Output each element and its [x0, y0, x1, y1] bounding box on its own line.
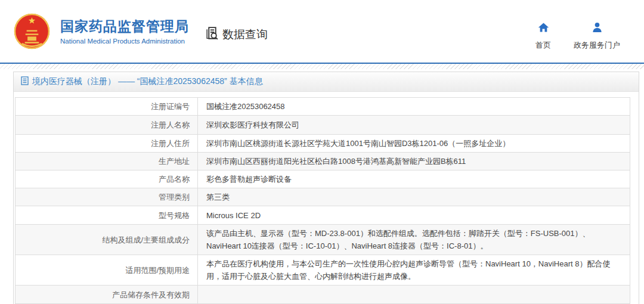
- row-label: 生产地址: [16, 153, 198, 170]
- row-label: 注册人名称: [16, 116, 198, 135]
- row-label: 管理类别: [16, 188, 198, 206]
- table-row: 型号规格 Microus ICE 2D: [16, 206, 630, 225]
- row-label: 产品储存条件及有效期: [16, 286, 198, 304]
- table-row: 管理类别 第三类: [16, 188, 630, 206]
- data-query-link[interactable]: 数据查询: [205, 26, 268, 44]
- info-table-wrap: 注册证编号 国械注准20253062458 注册人名称 深圳欢影医疗科技有限公司…: [14, 92, 639, 304]
- row-label: 注册人住所: [16, 135, 198, 153]
- top-nav: 首页 政务服务门户: [535, 21, 620, 51]
- row-value: 深圳市南山区西丽街道阳光社区松白路1008号港鸿基高新智能产业园B栋611: [198, 153, 630, 170]
- row-label: 注册证编号: [16, 98, 198, 116]
- table-row: 注册人住所 深圳市南山区桃源街道长源社区学苑大道1001号南山智园D3栋1201…: [16, 135, 630, 153]
- org-name-en: National Medical Products Administration: [60, 38, 189, 45]
- page-header: 国家药品监督管理局 National Medical Products Admi…: [0, 0, 644, 63]
- nav-item-portal[interactable]: 政务服务门户: [574, 21, 620, 51]
- row-value: 第三类: [198, 188, 630, 206]
- panel-title-bar: 境内医疗器械（注册） —— “国械注准20253062458” 基本信息: [14, 72, 639, 92]
- org-title-block: 国家药品监督管理局 National Medical Products Admi…: [60, 17, 189, 45]
- user-icon: [591, 21, 603, 36]
- national-emblem-icon[interactable]: [13, 13, 51, 50]
- row-value: 彩色多普勒超声诊断设备: [198, 170, 630, 188]
- row-label: 适用范围/预期用途: [16, 255, 198, 286]
- registration-info-panel: 境内医疗器械（注册） —— “国械注准20253062458” 基本信息 注册证…: [13, 72, 639, 304]
- row-value: 深圳市南山区桃源街道长源社区学苑大道1001号南山智园D3栋1201-06（一照…: [198, 135, 630, 153]
- table-row: 产品储存条件及有效期: [16, 286, 630, 304]
- panel-title: 境内医疗器械（注册） —— “国械注准20253062458” 基本信息: [32, 76, 263, 87]
- nav-item-label: 政务服务门户: [574, 40, 620, 51]
- document-search-icon: [205, 26, 220, 44]
- row-label: 结构及组成/主要组成成分: [16, 225, 198, 255]
- nav-item-label: 首页: [535, 40, 551, 51]
- table-row: 生产地址 深圳市南山区西丽街道阳光社区松白路1008号港鸿基高新智能产业园B栋6…: [16, 153, 630, 170]
- table-row: 适用范围/预期用途 本产品在医疗机构使用，与本公司生产的一次性使用心腔内超声诊断…: [16, 255, 630, 286]
- org-name-cn: 国家药品监督管理局: [60, 17, 189, 36]
- row-label: 型号规格: [16, 206, 198, 225]
- table-row: 注册人名称 深圳欢影医疗科技有限公司: [16, 116, 630, 135]
- row-value: Microus ICE 2D: [198, 206, 630, 225]
- table-row: 结构及组成/主要组成成分 该产品由主机、显示器（型号：MD-23.8-001）和…: [16, 225, 630, 255]
- row-label: 产品名称: [16, 170, 198, 188]
- row-value: 国械注准20253062458: [198, 98, 630, 116]
- hatched-divider-band: [0, 64, 644, 69]
- row-value: 深圳欢影医疗科技有限公司: [198, 116, 630, 135]
- row-value: 本产品在医疗机构使用，与本公司生产的一次性使用心腔内超声诊断导管（型号：Navi…: [198, 255, 630, 286]
- document-icon: [21, 76, 29, 87]
- table-row: 注册证编号 国械注准20253062458: [16, 98, 630, 116]
- nav-item-home[interactable]: 首页: [535, 21, 551, 51]
- home-icon: [537, 21, 550, 36]
- registration-info-table: 注册证编号 国械注准20253062458 注册人名称 深圳欢影医疗科技有限公司…: [15, 97, 630, 304]
- data-query-label: 数据查询: [222, 27, 268, 42]
- row-value: 该产品由主机、显示器（型号：MD-23.8-001）和选配件组成。选配件包括：脚…: [198, 225, 630, 255]
- table-row: 产品名称 彩色多普勒超声诊断设备: [16, 170, 630, 188]
- row-value: [198, 286, 630, 304]
